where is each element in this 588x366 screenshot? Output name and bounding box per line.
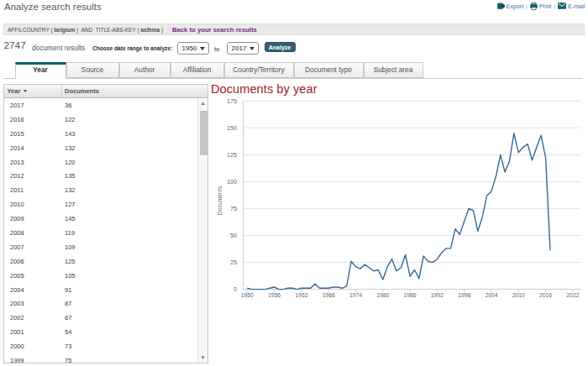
svg-text:2004: 2004	[485, 292, 497, 298]
svg-text:1956: 1956	[268, 292, 281, 298]
svg-text:150: 150	[227, 124, 237, 132]
svg-text:1992: 1992	[431, 292, 444, 298]
svg-text:1968: 1968	[323, 292, 335, 298]
svg-text:50: 50	[230, 232, 237, 239]
svg-text:1998: 1998	[458, 292, 470, 298]
svg-text:1974: 1974	[349, 292, 362, 298]
svg-text:125: 125	[227, 151, 237, 159]
svg-text:2022: 2022	[566, 292, 579, 298]
svg-text:2010: 2010	[512, 292, 525, 298]
svg-text:1980: 1980	[376, 292, 389, 298]
svg-text:0: 0	[234, 285, 237, 293]
svg-text:Documents: Documents	[217, 186, 223, 215]
svg-text:2016: 2016	[539, 292, 552, 298]
svg-text:1962: 1962	[295, 292, 307, 298]
svg-text:25: 25	[230, 259, 237, 266]
svg-text:75: 75	[230, 205, 237, 212]
svg-text:100: 100	[227, 178, 237, 186]
svg-text:1986: 1986	[404, 292, 417, 298]
svg-text:175: 175	[227, 97, 237, 105]
svg-text:1950: 1950	[241, 292, 254, 298]
